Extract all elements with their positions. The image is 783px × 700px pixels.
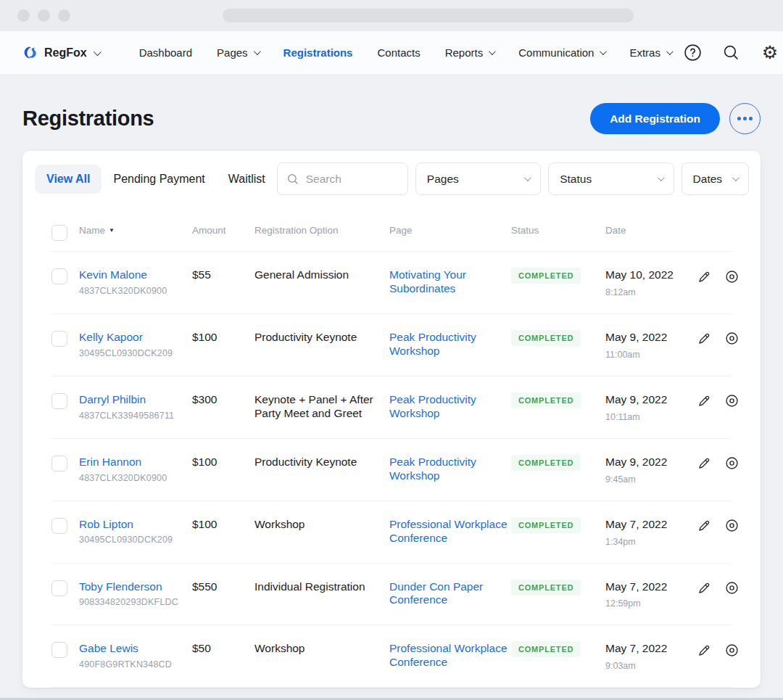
- nav-item-pages[interactable]: Pages: [217, 46, 259, 59]
- status-badge: COMPLETED: [511, 517, 581, 533]
- registrant-name-link[interactable]: Erin Hannon: [79, 456, 192, 469]
- edit-icon[interactable]: [696, 456, 712, 472]
- app-window: RegFox Dashboard Pages Registrations Con…: [0, 0, 783, 700]
- status-badge: COMPLETED: [511, 580, 581, 596]
- edit-icon[interactable]: [696, 518, 712, 534]
- row-checkbox[interactable]: [51, 268, 67, 284]
- table-row: Gabe Lewis 490F8G9RTKN348CD $50 Workshop…: [51, 625, 732, 688]
- row-checkbox[interactable]: [51, 456, 67, 472]
- tab-view-all[interactable]: View All: [35, 165, 102, 194]
- registration-id: 908334820293DKFLDC: [79, 597, 192, 607]
- registrant-name-link[interactable]: Kevin Malone: [79, 268, 192, 281]
- column-header-name[interactable]: Name▼: [79, 225, 192, 236]
- column-header-page[interactable]: Page: [389, 225, 511, 236]
- row-checkbox[interactable]: [51, 393, 67, 409]
- registrant-name-link[interactable]: Kelly Kapoor: [79, 331, 192, 344]
- registration-option: Productivity Keynote: [254, 456, 374, 469]
- view-icon[interactable]: [724, 580, 740, 596]
- row-checkbox[interactable]: [51, 518, 67, 534]
- page-link[interactable]: Dunder Con Paper Conference: [389, 580, 483, 606]
- tab-pending-payment[interactable]: Pending Payment: [102, 165, 216, 194]
- nav-item-reports[interactable]: Reports: [445, 46, 494, 59]
- edit-icon[interactable]: [696, 580, 712, 596]
- search-icon[interactable]: [722, 44, 741, 62]
- amount-value: $100: [192, 518, 254, 532]
- nav-item-extras[interactable]: Extras: [629, 46, 671, 59]
- more-options-button[interactable]: [729, 103, 761, 134]
- view-icon[interactable]: [724, 518, 740, 534]
- page-link[interactable]: Motivating Your Subordinates: [389, 268, 466, 295]
- row-checkbox[interactable]: [51, 331, 67, 347]
- registration-id: 490F8G9RTKN348CD: [79, 659, 192, 670]
- amount-value: $300: [192, 393, 254, 407]
- edit-icon[interactable]: [696, 393, 712, 409]
- registrations-card: View All Pending Payment Waitlist Pages …: [22, 151, 761, 688]
- dates-dropdown[interactable]: Dates: [682, 162, 749, 195]
- tab-waitlist[interactable]: Waitlist: [217, 165, 277, 194]
- nav-item-communication[interactable]: Communication: [518, 46, 605, 59]
- status-dropdown[interactable]: Status: [548, 162, 674, 195]
- registration-option: Workshop: [254, 642, 374, 656]
- view-icon[interactable]: [724, 642, 740, 658]
- window-control-dot[interactable]: [17, 9, 30, 22]
- table-row: Rob Lipton 30495CL0930DCK209 $100 Worksh…: [51, 501, 732, 564]
- status-badge: COMPLETED: [511, 641, 581, 657]
- nav-item-dashboard[interactable]: Dashboard: [139, 46, 192, 59]
- registration-date: May 9, 2022: [605, 331, 696, 345]
- add-registration-button[interactable]: Add Registration: [590, 103, 720, 134]
- brand-menu[interactable]: RegFox: [22, 44, 99, 62]
- row-checkbox[interactable]: [51, 642, 67, 658]
- nav-item-contacts[interactable]: Contacts: [377, 46, 420, 59]
- view-icon[interactable]: [724, 393, 740, 409]
- search-box[interactable]: [277, 162, 408, 195]
- settings-icon[interactable]: ⚙: [761, 44, 779, 62]
- registration-date: May 7, 2022: [605, 580, 696, 594]
- dates-dropdown-label: Dates: [693, 173, 723, 186]
- ellipsis-icon: [743, 117, 747, 120]
- registration-date: May 7, 2022: [605, 518, 696, 532]
- pages-dropdown[interactable]: Pages: [415, 162, 541, 195]
- row-actions: [696, 518, 740, 534]
- gear-icon: ⚙: [762, 44, 778, 62]
- column-header-option[interactable]: Registration Option: [254, 225, 389, 236]
- nav-item-registrations[interactable]: Registrations: [283, 46, 353, 59]
- view-icon[interactable]: [724, 456, 740, 472]
- registrant-name-link[interactable]: Gabe Lewis: [79, 642, 192, 655]
- search-input[interactable]: [306, 173, 399, 186]
- column-header-status[interactable]: Status: [511, 225, 605, 236]
- table-row: Kelly Kapoor 30495CL0930DCK209 $100 Prod…: [51, 314, 732, 376]
- search-icon: [286, 173, 299, 186]
- select-all-checkbox[interactable]: [51, 225, 67, 241]
- row-actions: [696, 331, 740, 347]
- edit-icon[interactable]: [696, 331, 712, 347]
- edit-icon[interactable]: [696, 268, 712, 284]
- brand-name: RegFox: [44, 46, 87, 59]
- page-link[interactable]: Professional Workplace Conference: [389, 642, 508, 668]
- page-link[interactable]: Peak Productivity Workshop: [389, 456, 476, 482]
- column-header-amount[interactable]: Amount: [192, 225, 254, 236]
- registration-time: 10:11am: [605, 412, 696, 422]
- registrant-name-link[interactable]: Rob Lipton: [79, 518, 192, 531]
- registrations-table: Name▼ Amount Registration Option Page St…: [22, 205, 761, 688]
- page-link[interactable]: Professional Workplace Conference: [389, 518, 508, 544]
- address-bar[interactable]: [223, 9, 634, 22]
- row-checkbox[interactable]: [51, 580, 67, 596]
- window-control-dot[interactable]: [38, 9, 50, 22]
- edit-icon[interactable]: [696, 642, 712, 658]
- nav-icon-group: ⚙: [684, 44, 779, 62]
- column-header-date[interactable]: Date: [605, 225, 696, 236]
- registration-time: 11:00am: [605, 350, 696, 360]
- view-icon[interactable]: [724, 268, 740, 284]
- registrant-name-link[interactable]: Darryl Philbin: [79, 393, 192, 406]
- page-link[interactable]: Peak Productivity Workshop: [389, 331, 476, 357]
- help-icon[interactable]: [684, 44, 703, 62]
- row-actions: [696, 580, 740, 596]
- ellipsis-icon: [737, 117, 741, 120]
- view-icon[interactable]: [724, 331, 740, 347]
- window-control-dot[interactable]: [58, 9, 70, 22]
- chevron-down-icon: [600, 48, 607, 55]
- top-nav: RegFox Dashboard Pages Registrations Con…: [0, 31, 783, 75]
- table-row: Toby Flenderson 908334820293DKFLDC $550 …: [51, 564, 732, 626]
- registrant-name-link[interactable]: Toby Flenderson: [79, 580, 192, 593]
- page-link[interactable]: Peak Productivity Workshop: [389, 393, 476, 419]
